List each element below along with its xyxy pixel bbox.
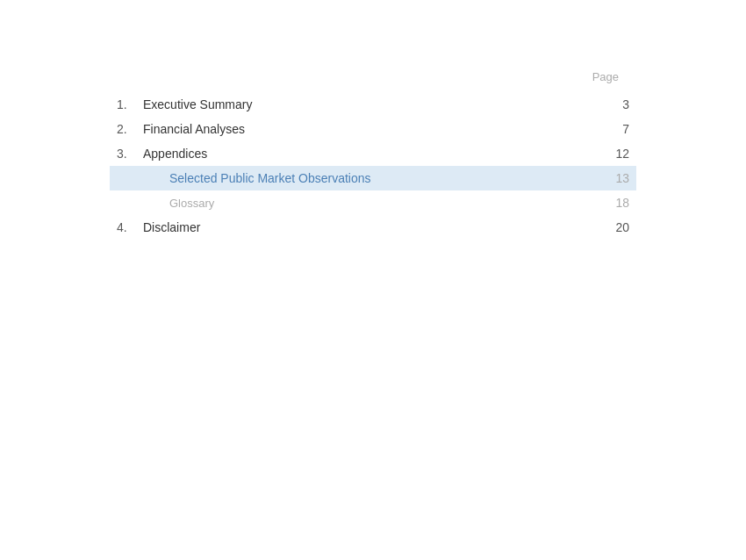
toc-page-2: 7 [603, 122, 629, 136]
toc-page-4: 20 [603, 220, 629, 234]
toc-label-appendices: Appendices [143, 147, 603, 161]
toc-page-sub1: 13 [603, 171, 629, 185]
toc-number-1: 1. [117, 97, 143, 111]
toc-item-appendices[interactable]: 3. Appendices 12 [110, 141, 636, 166]
toc-label-executive-summary: Executive Summary [143, 97, 603, 111]
toc-number-4: 4. [117, 220, 143, 234]
toc-label-glossary: Glossary [169, 197, 603, 210]
toc-number-2: 2. [117, 122, 143, 136]
toc-item-executive-summary[interactable]: 1. Executive Summary 3 [110, 92, 636, 117]
toc-label-financial-analyses: Financial Analyses [143, 122, 603, 136]
toc-item-financial-analyses[interactable]: 2. Financial Analyses 7 [110, 117, 636, 141]
toc-header-row: Page [110, 70, 636, 83]
toc-table: 1. Executive Summary 3 2. Financial Anal… [110, 92, 636, 240]
toc-number-3: 3. [117, 147, 143, 161]
toc-label-selected-public-market: Selected Public Market Observations [169, 171, 603, 185]
toc-page-sub2: 18 [603, 196, 629, 210]
toc-page-1: 3 [603, 97, 629, 111]
toc-label-disclaimer: Disclaimer [143, 220, 603, 234]
toc-item-glossary[interactable]: Glossary 18 [110, 190, 636, 215]
toc-page-3: 12 [603, 147, 629, 161]
toc-item-selected-public-market[interactable]: Selected Public Market Observations 13 [110, 166, 636, 190]
toc-container: Page 1. Executive Summary 3 2. Financial… [57, 0, 689, 275]
page-column-header: Page [592, 70, 619, 83]
toc-item-disclaimer[interactable]: 4. Disclaimer 20 [110, 215, 636, 240]
